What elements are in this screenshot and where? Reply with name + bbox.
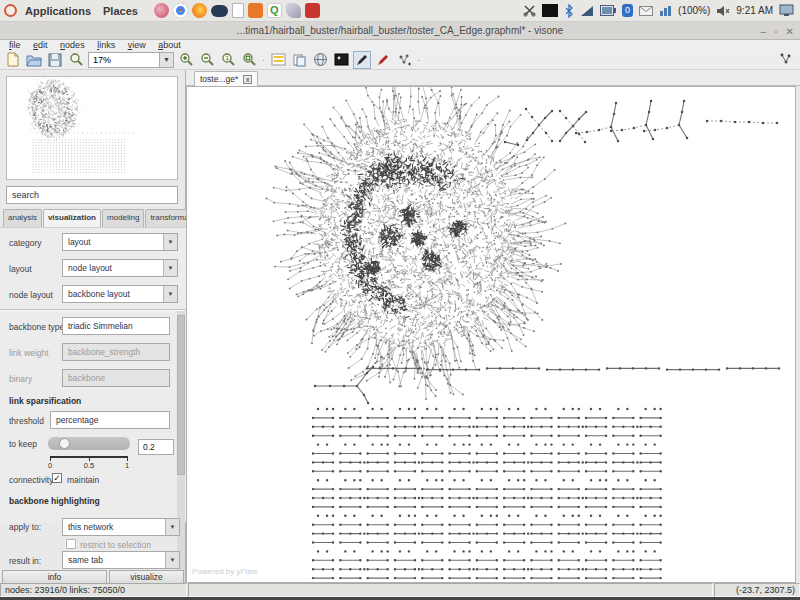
info-button[interactable]: info: [2, 570, 107, 584]
maintain-checkbox[interactable]: ✓: [52, 473, 62, 483]
menu-links[interactable]: links: [92, 40, 120, 50]
menu-file[interactable]: file: [4, 40, 26, 50]
zoom-actual-button[interactable]: 1: [219, 51, 237, 69]
maintain-label: maintain: [67, 475, 99, 485]
toolbar: ▼ 1 · ·: [0, 50, 800, 70]
browser-chrome-icon[interactable]: [173, 3, 188, 18]
messaging-icon[interactable]: [639, 6, 653, 16]
network-view-icon[interactable]: [776, 50, 794, 68]
restrict-checkbox[interactable]: [66, 539, 76, 549]
info-button-label: info: [48, 572, 62, 582]
to-keep-value-input[interactable]: 0.2: [138, 439, 174, 455]
menu-nodes[interactable]: nodes: [55, 40, 90, 50]
panel-divider: [0, 309, 186, 311]
qgis-icon[interactable]: Q: [267, 3, 282, 18]
tab-close-icon[interactable]: x: [243, 75, 252, 84]
nodes-links-text: nodes: 23916/0 links: 75050/0: [5, 585, 125, 595]
chevron-down-icon[interactable]: ▼: [163, 286, 177, 302]
screenshot-scissors-icon[interactable]: [523, 4, 536, 17]
visualize-button[interactable]: visualize: [109, 570, 184, 584]
window-titlebar[interactable]: ...tima1/hairball_buster/hairball_buster…: [0, 22, 800, 40]
bluetooth-icon[interactable]: [564, 4, 574, 18]
binary-label: binary: [9, 374, 32, 384]
category-select[interactable]: layout ▼: [62, 233, 178, 251]
add-node-tool[interactable]: [395, 51, 413, 69]
to-keep-label: to keep: [9, 439, 37, 449]
apply-to-select[interactable]: this network ▼: [62, 518, 180, 536]
search-input[interactable]: [6, 186, 178, 204]
backbone-type-value: triadic Simmelian: [68, 321, 133, 331]
pen-black-tool[interactable]: [353, 51, 371, 69]
applications-menu[interactable]: Applications: [19, 5, 97, 17]
properties-button[interactable]: [269, 51, 287, 69]
network-signal-icon[interactable]: [580, 5, 594, 17]
zoom-in-button[interactable]: [177, 51, 195, 69]
binary-value: backbone: [68, 373, 105, 383]
distro-menu-icon[interactable]: [4, 4, 17, 17]
keyboard-indicator-icon[interactable]: 0: [622, 4, 633, 17]
display-tray-icon[interactable]: [779, 4, 794, 17]
tab-modeling[interactable]: modeling: [102, 209, 144, 227]
zoom-out-button[interactable]: [198, 51, 216, 69]
dark-app-icon[interactable]: [211, 5, 228, 17]
web-export-button[interactable]: [311, 51, 329, 69]
volume-muted-icon[interactable]: [716, 5, 730, 17]
battery-percent-label[interactable]: (100%): [678, 5, 710, 16]
vertical-scrollbar-thumb[interactable]: [177, 315, 185, 475]
battery-icon[interactable]: [600, 5, 616, 16]
menu-about[interactable]: about: [153, 40, 186, 50]
tab-visualization[interactable]: visualization: [43, 209, 101, 227]
tick-1: 1: [125, 461, 129, 470]
new-file-button[interactable]: [4, 51, 22, 69]
overview-thumbnail[interactable]: [6, 76, 178, 180]
menu-view[interactable]: view: [123, 40, 151, 50]
close-button[interactable]: ✕: [786, 26, 794, 37]
to-keep-slider[interactable]: [48, 437, 130, 450]
node-layout-select[interactable]: backbone layout ▼: [62, 285, 178, 303]
clock-label[interactable]: 9:21 AM: [736, 5, 773, 16]
overview-graph-thumbnail: [7, 77, 177, 179]
graph-canvas[interactable]: Powered by yFiles: [186, 86, 796, 583]
red-app-icon[interactable]: [305, 3, 320, 18]
maximize-button[interactable]: ▫: [774, 26, 778, 37]
zoom-fit-button[interactable]: [240, 51, 258, 69]
copy-view-button[interactable]: [290, 51, 308, 69]
document-tab-label: toste...ge*: [200, 74, 238, 84]
zoom-combo: ▼: [88, 52, 174, 68]
threshold-label: threshold: [9, 416, 44, 426]
coordinates-text: (-23.7, 2307.5): [736, 585, 795, 595]
category-value: layout: [68, 237, 91, 247]
image-export-button[interactable]: [332, 51, 350, 69]
document-tab[interactable]: toste...ge* x: [194, 71, 258, 86]
places-menu[interactable]: Places: [97, 5, 144, 17]
minimize-button[interactable]: –: [761, 26, 767, 37]
zoom-level-input[interactable]: [88, 52, 160, 68]
chevron-down-icon[interactable]: ▼: [163, 234, 177, 250]
zoom-dropdown-button[interactable]: ▼: [160, 52, 174, 68]
save-button[interactable]: [46, 51, 64, 69]
backbone-type-select[interactable]: triadic Simmelian: [62, 317, 170, 335]
chevron-down-icon[interactable]: ▼: [165, 552, 179, 568]
menu-edit[interactable]: edit: [28, 40, 53, 50]
pen-red-tool[interactable]: [374, 51, 392, 69]
power-stats-icon[interactable]: [659, 5, 672, 16]
chevron-down-icon[interactable]: ▼: [163, 260, 177, 276]
text-editor-icon[interactable]: [232, 3, 244, 18]
layout-select[interactable]: node layout ▼: [62, 259, 178, 277]
open-file-button[interactable]: [25, 51, 43, 69]
feather-app-icon[interactable]: [286, 3, 301, 18]
threshold-select[interactable]: percentage: [50, 411, 170, 429]
backbone-type-label: backbone type: [9, 322, 64, 332]
tab-analysis[interactable]: analysis: [3, 209, 42, 227]
slider-knob[interactable]: [59, 438, 70, 449]
left-panel: analysis visualization modeling transfor…: [0, 70, 186, 583]
nodes-links-status: nodes: 23916/0 links: 75050/0: [0, 583, 187, 597]
browser-firefox-icon[interactable]: [192, 3, 207, 18]
tick-0: 0: [48, 461, 52, 470]
chevron-down-icon[interactable]: ▼: [165, 519, 179, 535]
terminal-tray-icon[interactable]: [542, 4, 558, 17]
orange-app-icon[interactable]: [248, 3, 263, 18]
result-in-select[interactable]: same tab ▼: [62, 551, 180, 569]
app-launcher-1-icon[interactable]: [154, 3, 169, 18]
magnifier-icon[interactable]: [67, 51, 85, 69]
